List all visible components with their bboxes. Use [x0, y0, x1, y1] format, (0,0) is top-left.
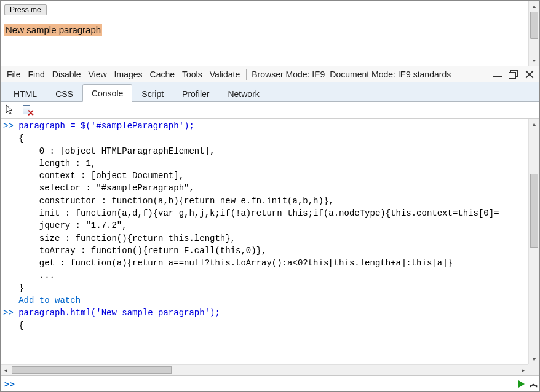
menu-view[interactable]: View [85, 68, 111, 80]
scroll-up-icon[interactable]: ▴ [529, 1, 539, 11]
press-me-button[interactable]: Press me [4, 4, 47, 15]
tab-html[interactable]: HTML [4, 85, 46, 102]
close-icon[interactable] [525, 70, 534, 79]
tab-console[interactable]: Console [82, 84, 132, 102]
scroll-thumb[interactable] [530, 174, 538, 248]
select-element-icon[interactable] [4, 104, 15, 117]
document-mode-label[interactable]: Document Mode: IE9 standards [327, 68, 453, 80]
minimize-icon[interactable] [493, 70, 502, 79]
menu-images[interactable]: Images [111, 68, 146, 80]
menu-file[interactable]: File [3, 68, 25, 80]
scroll-right-icon[interactable]: ▸ [518, 365, 528, 375]
page-scrollbar[interactable]: ▴ ▾ [528, 1, 539, 66]
devtools-tab-bar: HTML CSS Console Script Profiler Network [1, 82, 539, 102]
scroll-left-icon[interactable]: ◂ [1, 365, 11, 375]
tab-network[interactable]: Network [218, 85, 268, 102]
sample-paragraph: New sample paragraph [4, 24, 102, 36]
console-input-prompt: >> [4, 379, 15, 389]
browser-mode-label[interactable]: Browser Mode: IE9 [249, 68, 327, 80]
console-hscrollbar[interactable]: ◂ ▸ [1, 364, 528, 375]
console-body: >> paragraph = $('#sampleParagraph'); { … [1, 119, 539, 375]
scroll-thumb[interactable] [12, 366, 172, 374]
scroll-down-icon[interactable]: ▾ [529, 55, 539, 66]
add-to-watch-link[interactable]: Add to watch [18, 296, 81, 305]
clear-console-icon[interactable] [22, 104, 34, 116]
menu-cache[interactable]: Cache [146, 68, 178, 80]
menu-validate[interactable]: Validate [206, 68, 244, 80]
console-input-bar: >> ︽ [1, 375, 539, 391]
console-vscrollbar[interactable]: ▴ ▾ [528, 119, 539, 364]
scroll-up-icon[interactable]: ▴ [529, 119, 539, 129]
scroll-thumb[interactable] [530, 12, 538, 39]
menu-disable[interactable]: Disable [49, 68, 85, 80]
menu-separator [246, 69, 247, 80]
scroll-corner [528, 364, 539, 375]
menu-tools[interactable]: Tools [178, 68, 206, 80]
multiline-toggle-icon[interactable]: ︽ [530, 378, 536, 390]
console-toolbar [1, 102, 539, 119]
run-icon[interactable] [518, 380, 525, 388]
tab-css[interactable]: CSS [46, 85, 82, 102]
console-input[interactable] [18, 379, 518, 389]
rendered-page: Press me New sample paragraph ▴ ▾ [1, 1, 539, 66]
devtools-menu-bar: File Find Disable View Images Cache Tool… [1, 66, 539, 82]
scroll-down-icon[interactable]: ▾ [529, 354, 539, 364]
devtools-panel: File Find Disable View Images Cache Tool… [1, 66, 539, 391]
tab-profiler[interactable]: Profiler [173, 85, 218, 102]
console-output[interactable]: >> paragraph = $('#sampleParagraph'); { … [1, 119, 528, 375]
restore-icon[interactable] [509, 70, 518, 79]
tab-script[interactable]: Script [132, 85, 173, 102]
menu-find[interactable]: Find [25, 68, 49, 80]
